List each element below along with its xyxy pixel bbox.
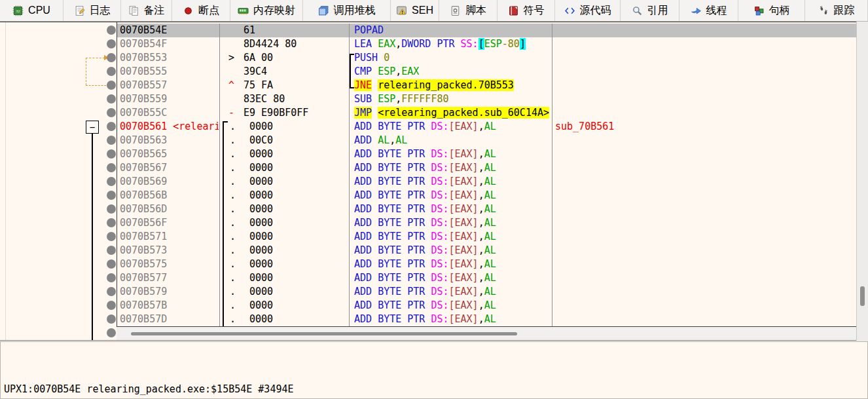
disasm-row[interactable]: 0070B563.00C0ADD AL,AL xyxy=(0,134,856,147)
disasm-row[interactable]: 0070B57D.0000ADD BYTE PTR DS:[EAX],AL xyxy=(0,313,856,326)
disasm-token: ADD xyxy=(354,176,378,187)
disasm-token: AL xyxy=(484,176,496,187)
vertical-scrollbar[interactable] xyxy=(856,22,868,341)
disasm-token: AL xyxy=(484,272,496,284)
tab-seh[interactable]: SEH xyxy=(391,0,439,21)
disasm-cell: PUSH 0 xyxy=(354,51,389,65)
bytes-cell: 0000 xyxy=(249,175,273,189)
disasm-token: , xyxy=(389,134,395,146)
address-cell: 0070B565 xyxy=(120,147,219,161)
disasm-cell: JNE relearing_packed.70B553 xyxy=(354,79,514,92)
disasm-row[interactable]: 0070B56F.0000ADD BYTE PTR DS:[EAX],AL xyxy=(0,216,856,230)
disasm-row[interactable]: 0070B571.0000ADD BYTE PTR DS:[EAX],AL xyxy=(0,230,856,244)
tab-notes[interactable]: 备注 xyxy=(121,0,172,21)
tab-script[interactable]: 脚本 xyxy=(439,0,497,21)
disasm-row[interactable]: 0070B57B.0000ADD BYTE PTR DS:[EAX],AL xyxy=(0,299,856,313)
tab-log[interactable]: 日志 xyxy=(63,0,121,21)
disasm-token: AL xyxy=(484,217,496,229)
address-cell: 0070B54F xyxy=(120,37,219,51)
byte-dot-prefix: . xyxy=(230,257,236,271)
disasm-token: , xyxy=(395,38,401,50)
disasm-token: [EAX] xyxy=(449,313,479,325)
disasm-token: BYTE PTR xyxy=(378,272,431,284)
function-bracket xyxy=(223,244,228,257)
disasm-token: [EAX] xyxy=(449,286,479,297)
disasm-token: DS: xyxy=(431,203,448,215)
tab-call-stack[interactable]: 调用堆栈 xyxy=(303,0,391,21)
disasm-row[interactable]: 0070B569.0000ADD BYTE PTR DS:[EAX],AL xyxy=(0,175,856,189)
byte-dot-prefix: . xyxy=(230,175,236,189)
disasm-token: [EAX] xyxy=(449,272,479,284)
disasm-token: AL xyxy=(484,299,496,311)
disasm-token: ADD xyxy=(354,162,378,174)
disasm-row[interactable]: 0070B56B.0000ADD BYTE PTR DS:[EAX],AL xyxy=(0,189,856,202)
tab-symbols[interactable]: 符号 xyxy=(497,0,555,21)
address-cell: 0070B557 xyxy=(120,79,219,92)
address-cell: 0070B555 xyxy=(120,65,219,79)
svg-text:32: 32 xyxy=(16,9,20,12)
jump-direction-icon: > xyxy=(228,51,234,65)
disasm-row[interactable]: 0070B54F8D4424 80LEA EAX,DWORD PTR SS:[E… xyxy=(0,37,856,51)
references-magnifier-icon xyxy=(632,5,643,16)
disasm-cell: ADD BYTE PTR DS:[EAX],AL xyxy=(354,120,496,134)
disasm-row[interactable]: 0070B557^75 FAJNE relearing_packed.70B55… xyxy=(0,79,856,92)
disasm-row[interactable]: 0070B577.0000ADD BYTE PTR DS:[EAX],AL xyxy=(0,271,856,285)
disasm-token: SUB xyxy=(354,93,378,105)
disasm-row[interactable]: 0070B561 <releari.0000ADD BYTE PTR DS:[E… xyxy=(0,120,856,134)
bytes-cell: 0000 xyxy=(249,161,273,175)
selected-row-highlight xyxy=(117,24,856,37)
disasm-row[interactable]: 0070B56D.0000ADD BYTE PTR DS:[EAX],AL xyxy=(0,202,856,216)
disasm-row[interactable]: 0070B54E61POPAD xyxy=(0,24,856,37)
row-dot-icon xyxy=(107,191,116,200)
disasm-row[interactable]: 0070B553>6A 00PUSH 0 xyxy=(0,51,856,65)
tab-label: 句柄 xyxy=(769,4,790,18)
disasm-token: 0 xyxy=(384,52,389,64)
row-dot-icon xyxy=(107,246,116,255)
function-bracket xyxy=(223,313,228,326)
disasm-token: , xyxy=(479,244,484,256)
horizontal-scrollbar-thumb[interactable] xyxy=(131,332,517,335)
byte-dot-prefix: . xyxy=(230,230,236,244)
horizontal-scrollbar[interactable] xyxy=(117,326,856,340)
symbols-book-icon xyxy=(508,5,519,16)
disasm-cell: ADD BYTE PTR DS:[EAX],AL xyxy=(354,299,496,313)
tab-breakpoints[interactable]: 断点 xyxy=(172,0,230,21)
address-cell: 0070B575 xyxy=(120,257,219,271)
row-dot-icon xyxy=(107,39,116,48)
tab-cpu[interactable]: 32CPU xyxy=(0,0,63,21)
vertical-scrollbar-thumb[interactable] xyxy=(860,286,865,306)
disasm-token: [EAX] xyxy=(449,121,479,132)
byte-dot-prefix: . xyxy=(230,216,236,230)
function-bracket xyxy=(223,216,228,230)
disasm-token: DS: xyxy=(431,121,448,132)
tab-handles[interactable]: 句柄 xyxy=(738,0,805,21)
disasm-row[interactable]: 0070B565.0000ADD BYTE PTR DS:[EAX],AL xyxy=(0,147,856,161)
row-dot-icon xyxy=(107,149,116,159)
disasm-row[interactable]: 0070B567.0000ADD BYTE PTR DS:[EAX],AL xyxy=(0,161,856,175)
tab-references[interactable]: 引用 xyxy=(621,0,679,21)
tab-label: CPU xyxy=(28,5,50,16)
tab-threads[interactable]: 线程 xyxy=(679,0,738,21)
disasm-row[interactable]: 0070B55983EC 80SUB ESP,FFFFFF80 xyxy=(0,92,856,106)
disasm-row[interactable]: 0070B55C-E9 E90BF0FFJMP <relearing_packe… xyxy=(0,106,856,120)
disasm-token: [EAX] xyxy=(449,176,479,187)
disasm-token: BYTE PTR xyxy=(378,203,431,215)
script-page-icon xyxy=(450,5,461,16)
tab-memory-map[interactable]: 内存映射 xyxy=(230,0,303,21)
disasm-token: DS: xyxy=(431,313,448,325)
disasm-row[interactable]: 0070B573.0000ADD BYTE PTR DS:[EAX],AL xyxy=(0,244,856,257)
disasm-row[interactable]: 0070B575.0000ADD BYTE PTR DS:[EAX],AL xyxy=(0,257,856,271)
row-dot-icon xyxy=(107,177,116,186)
disasm-token: AL xyxy=(484,231,496,242)
disasm-token: <relearing_packed.sub_60C14A> xyxy=(378,107,549,119)
disasm-row[interactable]: 0070B579.0000ADD BYTE PTR DS:[EAX],AL xyxy=(0,285,856,299)
disasm-cell: ADD BYTE PTR DS:[EAX],AL xyxy=(354,313,496,326)
seh-warning-icon xyxy=(396,5,407,16)
function-bracket xyxy=(223,257,228,271)
address-cell: 0070B567 xyxy=(120,161,219,175)
tab-source[interactable]: 源代码 xyxy=(555,0,621,21)
disasm-row[interactable]: 0070B55539C4CMP ESP,EAX xyxy=(0,65,856,79)
tab-trace[interactable]: 跟踪 xyxy=(805,0,868,21)
disasm-token: BYTE PTR xyxy=(378,176,431,187)
row-dot-icon xyxy=(107,94,116,104)
